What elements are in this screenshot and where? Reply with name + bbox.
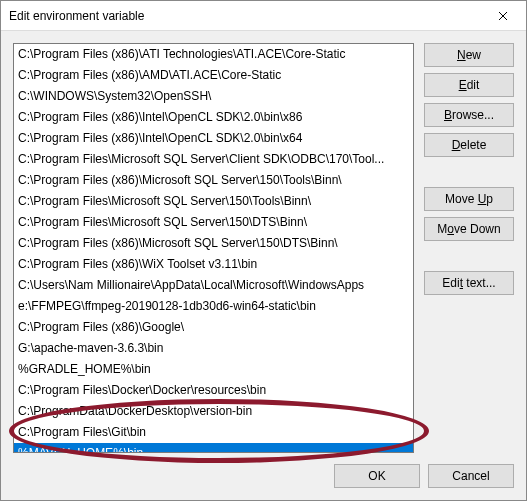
edit-env-var-dialog: Edit environment variable C:\Program Fil… <box>0 0 527 501</box>
cancel-button[interactable]: Cancel <box>428 464 514 488</box>
path-list-item[interactable]: C:\Program Files (x86)\Google\ <box>14 317 413 338</box>
path-list-item[interactable]: C:\ProgramData\DockerDesktop\version-bin <box>14 401 413 422</box>
close-icon <box>498 11 508 21</box>
dialog-content: C:\Program Files (x86)\ATI Technologies\… <box>1 31 526 454</box>
edit-button-label: Edit <box>459 78 480 92</box>
browse-button[interactable]: Browse... <box>424 103 514 127</box>
ok-button[interactable]: OK <box>334 464 420 488</box>
path-list-item[interactable]: C:\Program Files (x86)\AMD\ATI.ACE\Core-… <box>14 65 413 86</box>
path-list-item[interactable]: C:\Users\Nam Millionaire\AppData\Local\M… <box>14 275 413 296</box>
titlebar: Edit environment variable <box>1 1 526 31</box>
path-list-item[interactable]: C:\Program Files\Git\bin <box>14 422 413 443</box>
path-list-item[interactable]: C:\Program Files\Microsoft SQL Server\Cl… <box>14 149 413 170</box>
path-list-item[interactable]: %MAVEN_HOME%\bin <box>14 443 413 453</box>
move-down-button-label: Move Down <box>437 222 500 236</box>
path-list-item[interactable]: C:\Program Files\Microsoft SQL Server\15… <box>14 212 413 233</box>
path-list-item[interactable]: G:\apache-maven-3.6.3\bin <box>14 338 413 359</box>
path-list-item[interactable]: C:\Program Files\Docker\Docker\resources… <box>14 380 413 401</box>
path-list-item[interactable]: C:\Program Files (x86)\Intel\OpenCL SDK\… <box>14 128 413 149</box>
button-gap-2 <box>424 247 514 265</box>
path-list-item[interactable]: C:\Program Files (x86)\Microsoft SQL Ser… <box>14 233 413 254</box>
move-up-button[interactable]: Move Up <box>424 187 514 211</box>
window-title: Edit environment variable <box>9 9 480 23</box>
path-listbox[interactable]: C:\Program Files (x86)\ATI Technologies\… <box>13 43 414 453</box>
path-list-item[interactable]: C:\Program Files (x86)\ATI Technologies\… <box>14 44 413 65</box>
edit-button[interactable]: Edit <box>424 73 514 97</box>
delete-button-label: Delete <box>452 138 487 152</box>
bottom-bar: OK Cancel <box>1 454 526 500</box>
path-list-item[interactable]: C:\Program Files\Microsoft SQL Server\15… <box>14 191 413 212</box>
new-button-label: New <box>457 48 481 62</box>
button-column: New Edit Browse... Delete Move Up Move D… <box>424 43 514 454</box>
new-button[interactable]: New <box>424 43 514 67</box>
edit-text-button-label: Edit text... <box>442 276 495 290</box>
path-list-item[interactable]: %GRADLE_HOME%\bin <box>14 359 413 380</box>
path-list-item[interactable]: C:\Program Files (x86)\Microsoft SQL Ser… <box>14 170 413 191</box>
move-down-button[interactable]: Move Down <box>424 217 514 241</box>
close-button[interactable] <box>480 1 526 30</box>
path-list-item[interactable]: C:\WINDOWS\System32\OpenSSH\ <box>14 86 413 107</box>
path-list-item[interactable]: C:\Program Files (x86)\Intel\OpenCL SDK\… <box>14 107 413 128</box>
path-list-item[interactable]: e:\FFMPEG\ffmpeg-20190128-1db30d6-win64-… <box>14 296 413 317</box>
edit-text-button[interactable]: Edit text... <box>424 271 514 295</box>
path-list-item[interactable]: C:\Program Files (x86)\WiX Toolset v3.11… <box>14 254 413 275</box>
button-gap-1 <box>424 163 514 181</box>
move-up-button-label: Move Up <box>445 192 493 206</box>
browse-button-label: Browse... <box>444 108 494 122</box>
path-list-area: C:\Program Files (x86)\ATI Technologies\… <box>13 43 414 454</box>
delete-button[interactable]: Delete <box>424 133 514 157</box>
